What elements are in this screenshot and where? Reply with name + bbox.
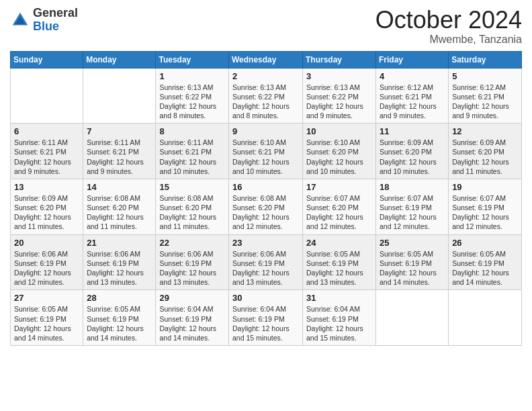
calendar-cell [376, 290, 449, 346]
title-block: October 2024 Mwembe, Tanzania [375, 7, 522, 46]
calendar-week-4: 20Sunrise: 6:06 AMSunset: 6:19 PMDayligh… [11, 234, 522, 290]
day-number: 23 [232, 238, 299, 248]
day-info: Sunrise: 6:07 AMSunset: 6:19 PMDaylight:… [452, 193, 518, 232]
day-info: Sunrise: 6:08 AMSunset: 6:20 PMDaylight:… [232, 193, 299, 232]
calendar-cell: 2Sunrise: 6:13 AMSunset: 6:22 PMDaylight… [229, 68, 303, 124]
day-info: Sunrise: 6:06 AMSunset: 6:19 PMDaylight:… [232, 249, 299, 287]
calendar-cell: 17Sunrise: 6:07 AMSunset: 6:20 PMDayligh… [303, 179, 376, 234]
calendar-week-5: 27Sunrise: 6:05 AMSunset: 6:19 PMDayligh… [11, 290, 522, 346]
day-number: 30 [232, 293, 299, 303]
day-number: 15 [159, 182, 225, 192]
day-number: 27 [14, 293, 79, 303]
title-location: Mwembe, Tanzania [375, 34, 522, 46]
day-info: Sunrise: 6:08 AMSunset: 6:20 PMDaylight:… [87, 193, 152, 232]
calendar-table: SundayMondayTuesdayWednesdayThursdayFrid… [10, 51, 522, 346]
header: General Blue October 2024 Mwembe, Tanzan… [10, 7, 522, 46]
calendar-cell: 5Sunrise: 6:12 AMSunset: 6:21 PMDaylight… [449, 68, 522, 124]
calendar-cell: 12Sunrise: 6:09 AMSunset: 6:20 PMDayligh… [449, 124, 522, 179]
day-info: Sunrise: 6:12 AMSunset: 6:21 PMDaylight:… [452, 83, 518, 121]
calendar-cell: 19Sunrise: 6:07 AMSunset: 6:19 PMDayligh… [449, 179, 522, 234]
day-info: Sunrise: 6:13 AMSunset: 6:22 PMDaylight:… [159, 83, 225, 121]
day-info: Sunrise: 6:11 AMSunset: 6:21 PMDaylight:… [14, 138, 79, 176]
calendar-cell: 15Sunrise: 6:08 AMSunset: 6:20 PMDayligh… [156, 179, 229, 234]
day-info: Sunrise: 6:05 AMSunset: 6:19 PMDaylight:… [87, 304, 152, 342]
day-info: Sunrise: 6:05 AMSunset: 6:19 PMDaylight:… [14, 304, 79, 342]
day-number: 26 [452, 238, 518, 248]
calendar-cell: 24Sunrise: 6:05 AMSunset: 6:19 PMDayligh… [303, 234, 376, 290]
day-number: 7 [87, 126, 152, 136]
calendar-cell: 14Sunrise: 6:08 AMSunset: 6:20 PMDayligh… [83, 179, 156, 234]
calendar-cell: 26Sunrise: 6:05 AMSunset: 6:19 PMDayligh… [449, 234, 522, 290]
day-number: 10 [306, 126, 372, 136]
calendar-cell: 28Sunrise: 6:05 AMSunset: 6:19 PMDayligh… [83, 290, 156, 346]
calendar-cell: 8Sunrise: 6:11 AMSunset: 6:21 PMDaylight… [156, 124, 229, 179]
calendar-cell: 6Sunrise: 6:11 AMSunset: 6:21 PMDaylight… [11, 124, 83, 179]
calendar-cell: 18Sunrise: 6:07 AMSunset: 6:19 PMDayligh… [376, 179, 449, 234]
calendar-cell: 9Sunrise: 6:10 AMSunset: 6:21 PMDaylight… [229, 124, 303, 179]
day-number: 31 [306, 293, 372, 303]
calendar-header-saturday: Saturday [449, 51, 522, 68]
day-info: Sunrise: 6:06 AMSunset: 6:19 PMDaylight:… [87, 249, 152, 287]
title-month: October 2024 [375, 7, 522, 34]
logo-general: General [33, 6, 78, 19]
calendar-cell [11, 68, 83, 124]
day-info: Sunrise: 6:04 AMSunset: 6:19 PMDaylight:… [159, 304, 225, 342]
calendar-week-3: 13Sunrise: 6:09 AMSunset: 6:20 PMDayligh… [11, 179, 522, 234]
day-number: 5 [452, 71, 518, 81]
calendar-header-thursday: Thursday [303, 51, 376, 68]
calendar-cell: 11Sunrise: 6:09 AMSunset: 6:20 PMDayligh… [376, 124, 449, 179]
calendar-cell [83, 68, 156, 124]
logo: General Blue [10, 7, 78, 34]
day-number: 12 [452, 126, 518, 136]
day-info: Sunrise: 6:08 AMSunset: 6:20 PMDaylight:… [159, 193, 225, 232]
day-number: 21 [87, 238, 152, 248]
calendar-cell: 20Sunrise: 6:06 AMSunset: 6:19 PMDayligh… [11, 234, 83, 290]
calendar-cell: 23Sunrise: 6:06 AMSunset: 6:19 PMDayligh… [229, 234, 303, 290]
day-info: Sunrise: 6:13 AMSunset: 6:22 PMDaylight:… [306, 83, 372, 121]
day-info: Sunrise: 6:07 AMSunset: 6:19 PMDaylight:… [380, 193, 445, 232]
day-number: 25 [380, 238, 445, 248]
day-info: Sunrise: 6:06 AMSunset: 6:19 PMDaylight:… [159, 249, 225, 287]
day-info: Sunrise: 6:07 AMSunset: 6:20 PMDaylight:… [306, 193, 372, 232]
day-number: 18 [380, 182, 445, 192]
calendar-cell: 22Sunrise: 6:06 AMSunset: 6:19 PMDayligh… [156, 234, 229, 290]
day-number: 17 [306, 182, 372, 192]
day-info: Sunrise: 6:12 AMSunset: 6:21 PMDaylight:… [380, 83, 445, 121]
day-number: 9 [232, 126, 299, 136]
calendar-cell: 4Sunrise: 6:12 AMSunset: 6:21 PMDaylight… [376, 68, 449, 124]
calendar-cell: 30Sunrise: 6:04 AMSunset: 6:19 PMDayligh… [229, 290, 303, 346]
day-number: 29 [159, 293, 225, 303]
day-number: 11 [380, 126, 445, 136]
calendar-header-monday: Monday [83, 51, 156, 68]
day-number: 20 [14, 238, 79, 248]
day-info: Sunrise: 6:05 AMSunset: 6:19 PMDaylight:… [452, 249, 518, 287]
calendar-week-1: 1Sunrise: 6:13 AMSunset: 6:22 PMDaylight… [11, 68, 522, 124]
day-info: Sunrise: 6:04 AMSunset: 6:19 PMDaylight:… [306, 304, 372, 342]
logo-icon [10, 10, 30, 30]
logo-blue: Blue [33, 19, 59, 33]
day-number: 1 [159, 71, 225, 81]
day-number: 3 [306, 71, 372, 81]
calendar-cell: 10Sunrise: 6:10 AMSunset: 6:20 PMDayligh… [303, 124, 376, 179]
day-number: 8 [159, 126, 225, 136]
calendar-cell [449, 290, 522, 346]
calendar-header-sunday: Sunday [11, 51, 83, 68]
calendar-cell: 1Sunrise: 6:13 AMSunset: 6:22 PMDaylight… [156, 68, 229, 124]
day-info: Sunrise: 6:04 AMSunset: 6:19 PMDaylight:… [232, 304, 299, 342]
day-info: Sunrise: 6:09 AMSunset: 6:20 PMDaylight:… [14, 193, 79, 232]
day-number: 14 [87, 182, 152, 192]
day-number: 4 [380, 71, 445, 81]
day-info: Sunrise: 6:05 AMSunset: 6:19 PMDaylight:… [380, 249, 445, 287]
day-number: 28 [87, 293, 152, 303]
calendar-cell: 29Sunrise: 6:04 AMSunset: 6:19 PMDayligh… [156, 290, 229, 346]
day-info: Sunrise: 6:13 AMSunset: 6:22 PMDaylight:… [232, 83, 299, 121]
day-info: Sunrise: 6:11 AMSunset: 6:21 PMDaylight:… [159, 138, 225, 176]
day-info: Sunrise: 6:10 AMSunset: 6:20 PMDaylight:… [306, 138, 372, 176]
day-number: 2 [232, 71, 299, 81]
day-number: 16 [232, 182, 299, 192]
day-info: Sunrise: 6:06 AMSunset: 6:19 PMDaylight:… [14, 249, 79, 287]
day-number: 6 [14, 126, 79, 136]
calendar-cell: 21Sunrise: 6:06 AMSunset: 6:19 PMDayligh… [83, 234, 156, 290]
calendar-header-tuesday: Tuesday [156, 51, 229, 68]
day-info: Sunrise: 6:11 AMSunset: 6:21 PMDaylight:… [87, 138, 152, 176]
